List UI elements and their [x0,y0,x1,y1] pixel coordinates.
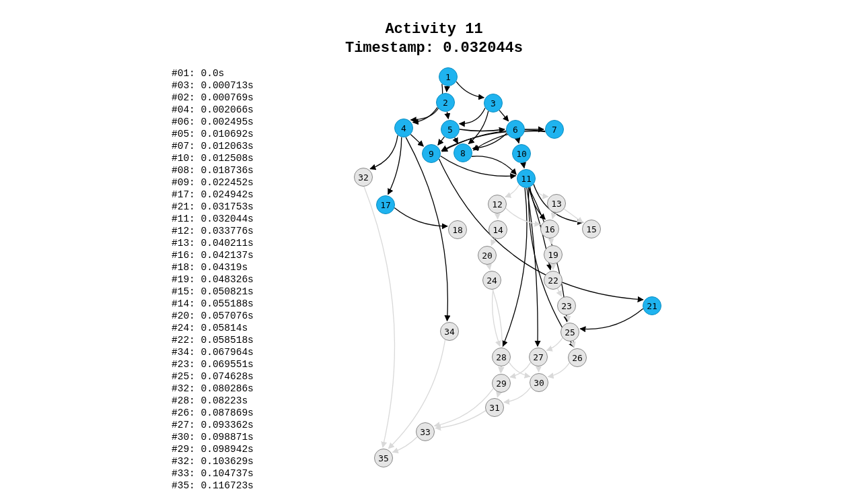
edge-8-11 [472,156,516,174]
edge-24-28 [493,290,500,346]
edge-29-31 [497,392,499,397]
edge-10-11 [523,163,524,168]
edge-7-9 [442,130,546,152]
edge-1-4 [410,84,442,120]
edge-22-23 [558,288,562,296]
edge-21-25 [580,308,643,329]
edge-25-27 [547,338,563,350]
edge-1-3 [456,82,484,98]
edge-29-33 [434,389,493,426]
edge-5-6 [460,129,505,131]
edge-11-13 [534,185,548,197]
edge-7-8 [473,131,545,150]
edge-4-9 [410,135,423,147]
edge-33-35 [393,436,418,452]
edge-3-6 [499,110,509,121]
edge-28-30 [509,362,530,377]
edge-30-31 [504,387,531,402]
edge-5-8 [455,137,458,143]
edge-34-35 [388,339,445,448]
edge-23-25 [568,315,569,321]
edge-6-10 [517,139,519,143]
edge-2-4 [413,107,437,122]
edge-3-5 [460,108,485,123]
edge-1-2 [447,86,447,92]
edge-24-29 [493,290,502,372]
edge-11-12 [505,185,519,197]
edge-9-11 [441,156,516,176]
edge-26-30 [548,363,569,377]
edge-11-28 [503,188,527,346]
edge-31-33 [435,411,486,428]
edge-32-35 [364,187,394,447]
edge-14-20 [491,238,494,245]
edge-12-16 [506,208,540,224]
edge-4-32 [370,135,398,169]
edge-17-18 [394,208,447,226]
edge-20-24 [489,265,490,270]
graph-edges [0,0,868,489]
edge-27-29 [510,362,531,377]
edge-5-9 [438,137,445,145]
edge-13-16 [552,213,554,219]
edge-11-15 [534,185,583,223]
edge-2-5 [447,112,448,119]
